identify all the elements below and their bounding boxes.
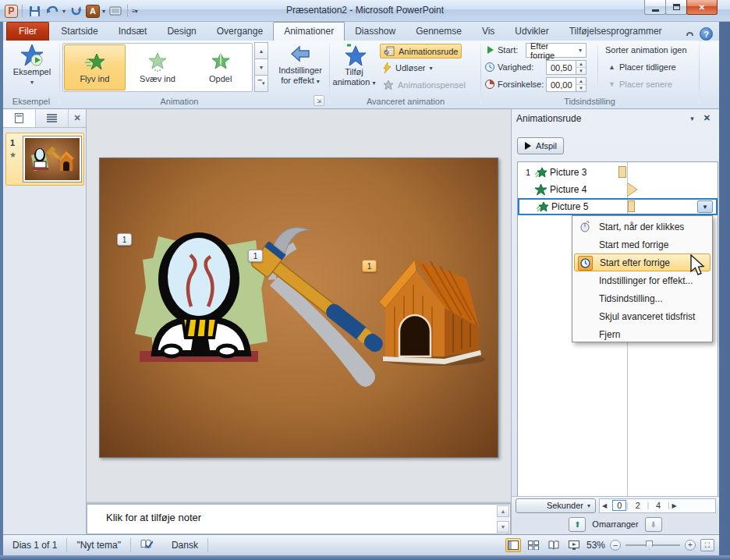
tab-design[interactable]: Design: [157, 23, 206, 41]
animation-badge-3-selected[interactable]: 1: [362, 260, 377, 272]
notes-scroll-down-icon[interactable]: ▼: [497, 521, 509, 533]
animation-item-picture-3[interactable]: 1 Picture 3: [518, 164, 718, 181]
tab-startside[interactable]: Startside: [51, 23, 108, 41]
close-button[interactable]: ✕: [686, 0, 718, 15]
timeline-right-icon[interactable]: ▶: [670, 502, 679, 509]
tab-filer[interactable]: Filer: [6, 22, 49, 41]
slideshow-view-button[interactable]: [566, 538, 582, 552]
slide-thumbnail-1[interactable]: 1 ★: [5, 133, 84, 186]
item-dropdown-button[interactable]: ▼: [697, 200, 713, 213]
gallery-scroll-up-icon[interactable]: ▲: [254, 42, 268, 59]
tab-indsaet[interactable]: Indsæt: [108, 23, 158, 41]
timeline-left-icon[interactable]: ◀: [600, 502, 609, 509]
gallery-item-flyv-ind[interactable]: Flyv ind: [64, 44, 126, 90]
timeline-ruler[interactable]: ◀ 0 | 2 | 4 | ▶: [599, 498, 716, 513]
menu-item-start-with-previous[interactable]: Start med forrige: [574, 236, 711, 253]
play-button[interactable]: Afspil: [517, 137, 564, 154]
duration-spin-up-icon[interactable]: ▲: [576, 61, 586, 68]
seconds-dropdown[interactable]: Sekunder ▾: [516, 498, 596, 513]
zoom-level[interactable]: 53%: [586, 540, 605, 551]
undo-icon[interactable]: [44, 3, 60, 19]
duration-spin-down-icon[interactable]: ▼: [576, 68, 586, 74]
zoom-in-button[interactable]: +: [685, 540, 696, 551]
pane-close-icon[interactable]: ✕: [700, 113, 714, 123]
animation-painter-button[interactable]: Animationspensel: [380, 78, 469, 92]
menu-item-start-after-previous[interactable]: Start efter forrige: [574, 253, 711, 271]
animation-item-picture-4[interactable]: Picture 4: [518, 181, 718, 198]
zoom-out-button[interactable]: –: [610, 540, 621, 551]
tab-overgange[interactable]: Overgange: [207, 23, 273, 41]
undo-dropdown-icon[interactable]: ▾: [62, 8, 66, 15]
redo-icon[interactable]: [68, 3, 83, 19]
menu-item-hide-advanced-timeline[interactable]: Skjul avanceret tidsfrist: [574, 307, 711, 325]
fit-to-window-button[interactable]: ⛶: [700, 539, 714, 551]
animation-indicator-star-icon[interactable]: ★: [9, 151, 16, 159]
reorder-down-button[interactable]: ⬇: [645, 517, 662, 532]
notes-placeholder: Klik for at tilføje noter: [106, 512, 201, 523]
zoom-slider[interactable]: [625, 544, 680, 546]
tab-animationer[interactable]: Animationer: [273, 22, 345, 41]
delay-spin-down-icon[interactable]: ▼: [576, 85, 586, 91]
tab-vis[interactable]: Vis: [472, 23, 505, 41]
normal-view-button[interactable]: [505, 538, 521, 552]
gallery-scroll-down-icon[interactable]: ▼: [254, 58, 268, 76]
animation-item-picture-5[interactable]: Picture 5 ▼: [518, 198, 718, 215]
close-slides-panel-button[interactable]: ✕: [69, 109, 86, 127]
move-earlier-button[interactable]: ▲ Placer tidligere: [605, 61, 679, 73]
notes-scrollbar[interactable]: ▲ ▼: [497, 505, 509, 533]
menu-item-timing[interactable]: Tidsindstilling...: [574, 289, 711, 307]
timeline-bar-picture-5[interactable]: [628, 200, 635, 212]
language-indicator[interactable]: Dansk: [162, 540, 207, 551]
help-icon[interactable]: ?: [700, 27, 713, 41]
notes-scroll-up-icon[interactable]: ▲: [497, 505, 509, 517]
move-later-button[interactable]: ▼ Placer senere: [605, 78, 675, 90]
effect-options-button[interactable]: Indstillinger for effekt ▾: [271, 41, 329, 87]
tab-disposition[interactable]: [36, 109, 69, 127]
trigger-caret-icon: ▾: [430, 65, 433, 72]
timeline-bar-picture-3[interactable]: [618, 166, 626, 178]
notes-area[interactable]: Klik for at tilføje noter ▲ ▼: [87, 504, 511, 534]
save-icon[interactable]: [27, 3, 42, 19]
start-dropdown[interactable]: Efter forrige ▾: [526, 43, 586, 58]
powerpoint-logo-icon[interactable]: P: [5, 5, 18, 18]
reorder-label: Omarranger: [592, 519, 638, 529]
minimize-button[interactable]: [644, 0, 666, 15]
duration-spinner[interactable]: 00,50 ▲▼: [546, 60, 586, 75]
menu-item-effect-options[interactable]: Indstillinger for effekt...: [574, 271, 711, 289]
tab-udvikler[interactable]: Udvikler: [505, 23, 558, 41]
delay-spinner[interactable]: 00,00 ▲▼: [546, 77, 586, 92]
timeline-bar-picture-4[interactable]: [627, 183, 638, 197]
animation-dialog-launcher-icon[interactable]: ⇲: [314, 95, 324, 106]
effect-options-arrow-icon: [289, 44, 312, 66]
preview-button[interactable]: Eksempel ▾: [8, 41, 56, 87]
gallery-item-opdel[interactable]: Opdel: [190, 44, 251, 90]
gallery-item-svaev-ind[interactable]: Svæv ind: [127, 44, 189, 90]
maximize-button[interactable]: [665, 0, 687, 15]
slide-canvas[interactable]: [99, 158, 498, 458]
menu-item-start-on-click[interactable]: Start, når der klikkes: [574, 218, 711, 236]
trigger-button[interactable]: Udløser ▾: [380, 61, 436, 75]
reorder-up-button[interactable]: ⬆: [569, 517, 586, 532]
spellcheck-icon[interactable]: [131, 539, 162, 552]
add-animation-button[interactable]: Tilføj animation ▾: [332, 41, 376, 88]
tab-gennemse[interactable]: Gennemse: [406, 23, 472, 41]
theme-dropdown-icon[interactable]: ▾: [102, 8, 105, 15]
tab-tilfoejelsesprogrammer[interactable]: Tilføjelsesprogrammer: [559, 23, 672, 41]
tab-dias[interactable]: [3, 109, 36, 127]
animation-pane-button[interactable]: Animationsrude: [380, 44, 462, 58]
animation-badge-1[interactable]: 1: [117, 233, 132, 246]
zoom-slider-thumb[interactable]: [646, 541, 653, 550]
delay-spin-up-icon[interactable]: ▲: [576, 78, 586, 85]
gallery-more-icon[interactable]: ▔▾: [254, 75, 268, 92]
tab-diasshow[interactable]: Diasshow: [345, 23, 406, 41]
pane-menu-caret-icon[interactable]: ▾: [686, 115, 698, 122]
slide-sorter-view-button[interactable]: [526, 538, 541, 552]
reading-view-button[interactable]: [546, 538, 562, 552]
theme-icon[interactable]: A: [86, 5, 100, 18]
slideshow-from-start-icon[interactable]: [108, 3, 123, 19]
menu-item-remove[interactable]: Fjern: [574, 325, 711, 343]
animation-badge-2[interactable]: 1: [248, 250, 263, 262]
customize-qat-icon[interactable]: ≡▾: [132, 8, 137, 15]
theme-name[interactable]: "Nyt tema": [67, 540, 130, 551]
collapse-ribbon-icon[interactable]: [686, 32, 693, 36]
